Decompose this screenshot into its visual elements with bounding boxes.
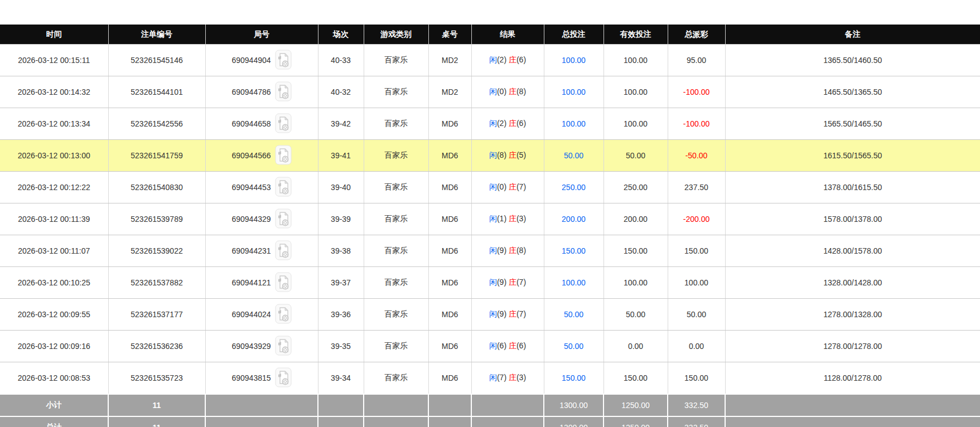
game-type-cell: 百家乐 <box>364 267 428 299</box>
player-score: (0) <box>497 87 509 96</box>
valid-bet-cell: 50.00 <box>604 299 668 331</box>
player-label: 闲 <box>489 341 497 350</box>
session-cell: 40-32 <box>318 76 364 108</box>
result-cell: 闲(2) 庄(6) <box>471 45 544 76</box>
banker-label: 庄 <box>509 214 516 223</box>
video-replay-icon[interactable] <box>275 240 292 262</box>
total-bet-link[interactable]: 50.00 <box>564 151 583 160</box>
round-cell: 690944453 <box>205 172 318 203</box>
total-bet-link[interactable]: 150.00 <box>562 373 586 382</box>
game-type-cell: 百家乐 <box>364 235 428 267</box>
game-type-cell: 百家乐 <box>364 76 428 108</box>
column-header-payout: 总派彩 <box>668 25 725 45</box>
valid-bet-cell: 200.00 <box>604 203 668 235</box>
bet-id-cell: 523261541759 <box>108 140 205 172</box>
table-id-cell: MD6 <box>428 235 471 267</box>
banker-score: (7) <box>516 309 526 318</box>
table-id-cell: MD6 <box>428 140 471 172</box>
payout-cell: -200.00 <box>668 203 725 235</box>
session-cell: 39-41 <box>318 140 364 172</box>
round-id: 690944658 <box>231 119 271 128</box>
bet-id-cell: 523261540830 <box>108 172 205 203</box>
video-replay-icon[interactable] <box>275 208 292 230</box>
table-row: 2026-03-12 00:15:11523261545146690944904… <box>0 45 980 76</box>
time-cell: 2026-03-12 00:12:22 <box>0 172 108 203</box>
valid-bet-cell: 150.00 <box>604 362 668 395</box>
video-replay-icon[interactable] <box>275 367 292 389</box>
result-cell: 闲(6) 庄(6) <box>471 331 544 362</box>
session-cell: 39-42 <box>318 108 364 140</box>
total-bet-link[interactable]: 250.00 <box>562 183 586 192</box>
time-cell: 2026-03-12 00:08:53 <box>0 362 108 395</box>
payout-cell: -100.00 <box>668 76 725 108</box>
total-bet-cell: 100.00 <box>544 76 604 108</box>
footer-row-subtotal: 小计111300.001250.00332.50 <box>0 394 980 416</box>
round-cell: 690943929 <box>205 331 318 362</box>
player-score: (1) <box>497 214 509 223</box>
payout-cell: 237.50 <box>668 172 725 203</box>
table-footer: 小计111300.001250.00332.50总计111300.001250.… <box>0 394 980 427</box>
total-bet-link[interactable]: 50.00 <box>564 342 583 351</box>
result-cell: 闲(2) 庄(6) <box>471 108 544 140</box>
result-cell: 闲(7) 庄(3) <box>471 362 544 395</box>
bet-id-cell: 523261536236 <box>108 331 205 362</box>
round-cell: 690944904 <box>205 45 318 76</box>
column-header-session: 场次 <box>318 25 364 45</box>
player-label: 闲 <box>489 182 497 191</box>
total-bet-cell: 200.00 <box>544 203 604 235</box>
result-cell: 闲(9) 庄(7) <box>471 267 544 299</box>
table-row: 2026-03-12 00:13:00523261541759690944566… <box>0 140 980 172</box>
column-header-result: 结果 <box>471 25 544 45</box>
footer-valid-bet-subtotal: 1250.00 <box>604 394 668 416</box>
payout-cell: 100.00 <box>668 267 725 299</box>
time-cell: 2026-03-12 00:13:34 <box>0 108 108 140</box>
video-replay-icon[interactable] <box>275 336 292 357</box>
video-replay-icon[interactable] <box>275 177 292 198</box>
video-replay-icon[interactable] <box>275 113 292 135</box>
video-replay-icon[interactable] <box>275 304 292 326</box>
round-cell: 690944121 <box>205 267 318 299</box>
session-cell: 39-34 <box>318 362 364 395</box>
total-bet-link[interactable]: 100.00 <box>562 88 586 96</box>
player-label: 闲 <box>489 214 497 223</box>
result-cell: 闲(0) 庄(7) <box>471 172 544 203</box>
footer-empty-result <box>471 394 544 416</box>
table-row: 2026-03-12 00:10:25523261537882690944121… <box>0 267 980 299</box>
remark-cell: 1328.00/1428.00 <box>725 267 980 299</box>
bet-id-cell: 523261539789 <box>108 203 205 235</box>
total-bet-link[interactable]: 150.00 <box>562 246 586 255</box>
column-header-time: 时间 <box>0 25 108 45</box>
round-cell: 690944231 <box>205 235 318 267</box>
total-bet-link[interactable]: 100.00 <box>562 56 586 65</box>
total-bet-link[interactable]: 100.00 <box>562 278 586 287</box>
banker-label: 庄 <box>509 87 516 96</box>
total-bet-link[interactable]: 100.00 <box>562 119 586 128</box>
game-type-cell: 百家乐 <box>364 172 428 203</box>
total-bet-link[interactable]: 200.00 <box>562 215 586 224</box>
round-id: 690944566 <box>231 151 271 160</box>
video-replay-icon[interactable] <box>275 272 292 294</box>
result-cell: 闲(1) 庄(3) <box>471 203 544 235</box>
banker-score: (6) <box>516 55 526 64</box>
session-cell: 40-33 <box>318 45 364 76</box>
round-cell: 690944786 <box>205 76 318 108</box>
bet-records-table: 时间注单编号局号场次游戏类别桌号结果总投注有效投注总派彩备注 2026-03-1… <box>0 25 980 427</box>
player-score: (9) <box>497 246 509 255</box>
footer-empty-session <box>318 416 364 427</box>
video-replay-icon[interactable] <box>275 50 292 71</box>
valid-bet-cell: 100.00 <box>604 267 668 299</box>
player-score: (0) <box>497 182 509 191</box>
video-replay-icon[interactable] <box>275 81 292 103</box>
game-type-cell: 百家乐 <box>364 140 428 172</box>
game-type-cell: 百家乐 <box>364 203 428 235</box>
round-cell: 690944658 <box>205 108 318 140</box>
banker-score: (3) <box>516 214 526 223</box>
video-replay-icon[interactable] <box>275 145 292 167</box>
round-id: 690944904 <box>231 56 271 65</box>
result-cell: 闲(0) 庄(8) <box>471 76 544 108</box>
banker-label: 庄 <box>509 246 516 255</box>
total-bet-link[interactable]: 50.00 <box>564 310 583 319</box>
header-row: 时间注单编号局号场次游戏类别桌号结果总投注有效投注总派彩备注 <box>0 25 980 45</box>
column-header-bet-id: 注单编号 <box>108 25 205 45</box>
footer-empty-remark <box>725 416 980 427</box>
